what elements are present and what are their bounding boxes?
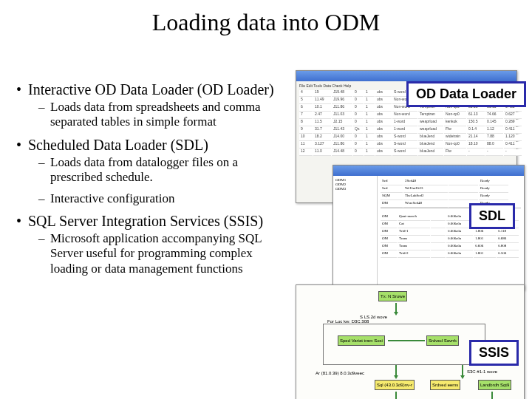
flow-node: Sql (43.0.3d9)nv-r	[375, 380, 415, 390]
flow-node: Sped Variat tram Sosi	[338, 335, 385, 346]
flow-node: Srdved Savrrk	[426, 335, 459, 346]
sdl-sidebar: ODM1ODM2ODM3	[333, 176, 378, 290]
flow-container-label: For Loc kw: D3C.308	[326, 319, 370, 324]
window-titlebar	[296, 71, 516, 81]
flow-node: Landbrdh Sqt9	[478, 380, 511, 390]
slide-title: Loading data into ODM	[0, 0, 532, 41]
callout-sdl: SDL	[469, 203, 515, 229]
slide-content: Interactive OD Data Loader (OD Loader) L…	[0, 41, 532, 395]
sub-sdl-2: Interactive configuration	[13, 191, 287, 206]
callout-ssis: SSIS	[469, 340, 519, 366]
window-titlebar	[333, 166, 524, 176]
flow-label: Ar (81.0.39) 8.0.3d9veec	[316, 371, 364, 375]
sub-sdl-1: Loads data from datalogger files on a pr…	[13, 155, 287, 185]
callout-od-loader: OD Data Loader	[406, 81, 526, 107]
flow-node: Tx: N Srowe	[378, 291, 407, 301]
sub-od-loader-1: Loads data from spreadsheets and comma s…	[13, 100, 287, 130]
text-column: Interactive OD Data Loader (OD Loader) L…	[13, 78, 287, 282]
sub-ssis-1: Microsoft application accompanying SQL S…	[13, 231, 287, 276]
flow-node: Srdved eems	[430, 380, 460, 390]
sdl-main: Scd2Scd48ReadyScdWeUsnUt23ReadySQMTheLab…	[378, 176, 524, 290]
flow-label: S3C #1-1 wove	[467, 369, 497, 374]
bullet-sdl: Scheduled Data Loader (SDL)	[13, 136, 287, 154]
bullet-od-loader: Interactive OD Data Loader (OD Loader)	[13, 81, 287, 98]
bullet-ssis: SQL Server Integration Services (SSIS)	[13, 212, 287, 230]
